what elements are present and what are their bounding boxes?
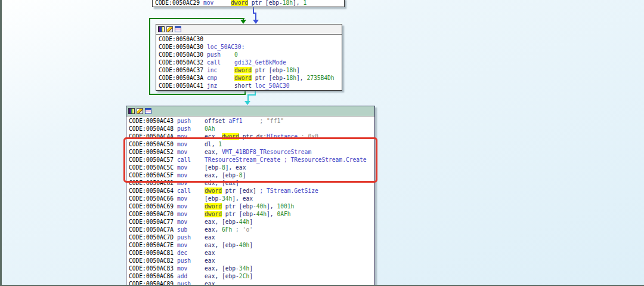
asm-line[interactable]: CODE:0050AC83 mov eax, [ebp-34h] [129, 265, 374, 272]
asm-line[interactable]: CODE:0050AC30 push 0 [159, 51, 342, 59]
asm-token: dword [205, 203, 222, 210]
asm-line[interactable]: CODE:0050AC70 mov dword ptr [ebp-44h], 0… [129, 210, 374, 218]
edge-flow-cyan [247, 94, 256, 96]
asm-token: 34h [222, 195, 232, 202]
asm-token: mov [177, 219, 205, 225]
asm-token: 2Ch [239, 273, 249, 279]
asm-token: 18h [286, 67, 296, 73]
asm-token: dword [205, 211, 222, 217]
asm-token: cmp [207, 75, 234, 81]
asm-token: eax, [ebp- [205, 273, 239, 279]
asm-token: push [177, 118, 205, 124]
asm-token: CODE:0050AC37 [159, 67, 207, 73]
color-palette-icon[interactable] [158, 26, 165, 32]
asm-token: call [177, 187, 205, 194]
asm-line[interactable]: CODE:0050AC29 mov dword ptr [ebp-18h], 1 [155, 0, 344, 7]
asm-token: eax, [ebp- [205, 265, 239, 272]
asm-token: ] [249, 219, 253, 225]
asm-line[interactable]: CODE:0050AC7D push eax [129, 233, 374, 241]
asm-token: ] [249, 265, 253, 272]
asm-token: ptr [ebp- [222, 203, 256, 210]
asm-line[interactable]: CODE:0050AC43 push offset aFf1 ; "ff1" [129, 117, 374, 125]
arrowhead-icon [240, 20, 246, 24]
color-palette-icon[interactable] [128, 108, 135, 114]
asm-token: 44h [239, 219, 249, 225]
asm-token: jnz [207, 82, 234, 89]
asm-token: CODE:0050AC7D [129, 234, 177, 241]
node-titlebar [126, 106, 374, 116]
asm-token: CODE:0050AC7A [129, 226, 177, 233]
asm-line[interactable]: CODE:0050AC3A cmp dword ptr [ebp-18h], 2… [159, 74, 342, 82]
asm-token: push [207, 51, 234, 58]
asm-token: ], [267, 203, 277, 210]
asm-token: inc [207, 67, 234, 73]
asm-token: 0 [234, 51, 238, 58]
node-view-icon[interactable] [175, 26, 181, 32]
asm-line[interactable]: CODE:0050AC7E mov eax, [ebp-40h] [129, 241, 374, 249]
asm-line[interactable]: CODE:0050AC66 mov [ebp-34h], eax [129, 195, 374, 202]
highlight-annotation-box [123, 137, 377, 183]
asm-line[interactable]: CODE:0050AC7A sub eax, 6Fh ; 'o' [129, 226, 374, 233]
asm-line[interactable]: CODE:0050AC32 call gdi32_GetBkMode [159, 59, 342, 66]
asm-token: call [207, 59, 234, 66]
basic-block-0050ac43[interactable]: CODE:0050AC43 push offset aFf1 ; "ff1"CO… [126, 106, 375, 286]
asm-token: CODE:0050AC30 [159, 51, 207, 58]
asm-token: ], [296, 75, 306, 81]
asm-token: mov [177, 211, 205, 217]
asm-token: push [177, 234, 205, 241]
edge-loop-green [149, 18, 244, 19]
asm-line[interactable]: CODE:0050AC30 loc_50AC30: [159, 43, 342, 51]
asm-token: ], [267, 211, 277, 217]
asm-token: CODE:0050AC70 [129, 211, 177, 217]
graph-canvas: CODE:0050AC29 mov dword ptr [ebp-18h], 1… [2, 0, 644, 285]
asm-token: ptr [edx] [222, 187, 260, 194]
asm-token: CODE:0050AC86 [129, 273, 177, 279]
asm-token: CODE:0050AC83 [129, 265, 177, 272]
asm-line[interactable]: CODE:0050AC77 mov eax, [ebp-44h] [129, 218, 374, 226]
asm-token: ptr [ebp- [252, 75, 286, 81]
basic-block-0050ac30[interactable]: CODE:0050AC30CODE:0050AC30 loc_50AC30:CO… [156, 24, 342, 91]
asm-token: CODE:0050AC41 [159, 82, 207, 89]
asm-token: dword [234, 67, 252, 73]
asm-token: mov [203, 0, 231, 6]
node-titlebar [156, 24, 342, 35]
asm-token: CODE:0050AC29 [155, 0, 203, 6]
edit-pencil-icon[interactable] [137, 108, 143, 114]
asm-token: CODE:0050AC32 [159, 59, 207, 66]
asm-line[interactable]: CODE:0050AC89 push eax [129, 280, 374, 286]
asm-token: 0AFh [277, 211, 290, 217]
asm-line[interactable]: CODE:0050AC64 call dword ptr [edx] ; TSt… [129, 187, 374, 195]
asm-token: CODE:0050AC69 [129, 203, 177, 210]
asm-token: mov [177, 203, 205, 210]
asm-line[interactable]: CODE:0050AC81 dec eax [129, 249, 374, 257]
asm-token: CODE:0050AC64 [129, 187, 177, 194]
asm-line[interactable]: CODE:0050AC86 add eax, [ebp-2Ch] [129, 272, 374, 280]
asm-line[interactable]: CODE:0050AC41 jnz short loc_50AC30 [159, 82, 342, 90]
asm-token: add [177, 273, 205, 279]
asm-token: 44h [256, 211, 267, 217]
edit-pencil-icon[interactable] [166, 26, 173, 32]
asm-token: ; 'o' [236, 226, 253, 233]
asm-line[interactable]: CODE:0050AC82 push eax [129, 257, 374, 265]
asm-token: eax [205, 234, 215, 241]
node-view-icon[interactable] [145, 108, 151, 114]
arrowhead-icon [253, 20, 259, 24]
asm-line[interactable]: CODE:0050AC69 mov dword ptr [ebp-40h], 1… [129, 202, 374, 210]
asm-line[interactable]: CODE:0050AC48 push 0Ah [129, 125, 374, 133]
asm-token: dec [177, 250, 205, 256]
asm-line[interactable]: CODE:0050AC37 inc dword ptr [ebp-18h] [159, 66, 342, 74]
asm-token: eax [205, 257, 215, 264]
asm-token: eax, [ebp- [205, 219, 239, 225]
asm-token: ] [296, 67, 300, 73]
edge-loop-green [149, 94, 246, 95]
asm-token: dword [231, 0, 248, 6]
asm-token: CODE:0050AC43 [129, 118, 177, 124]
basic-block-0050ac29[interactable]: CODE:0050AC29 mov dword ptr [ebp-18h], 1 [152, 0, 345, 7]
asm-token: 1 [303, 0, 306, 6]
asm-token: 0Ah [205, 125, 215, 132]
asm-token: gdi32_GetBkMode [234, 59, 286, 66]
asm-line[interactable]: CODE:0050AC30 [159, 35, 342, 43]
asm-token: eax [205, 281, 215, 286]
asm-token: 2735B4Dh [306, 75, 334, 81]
arrowhead-icon [244, 101, 250, 105]
